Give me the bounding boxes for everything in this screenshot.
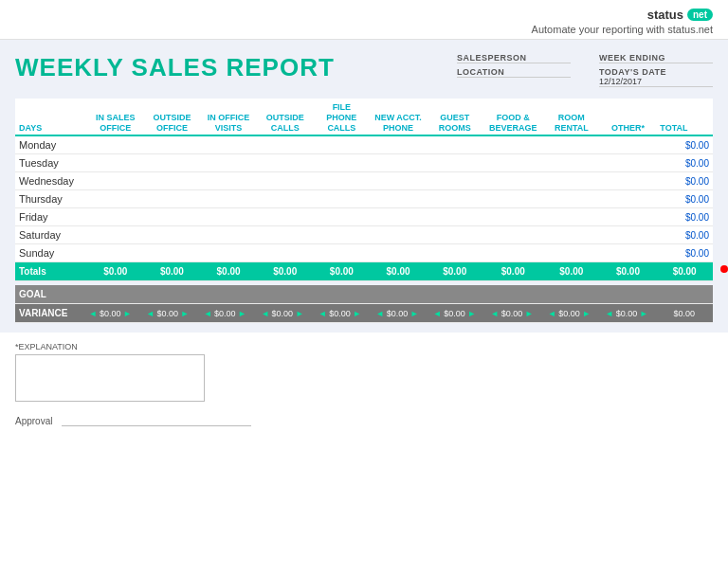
variance-cell-3: ◄ $0.00 ► [196,304,254,323]
variance-row: VARIANCE ◄ $0.00 ► ◄ $0.00 ► ◄ $0.00 ► ◄… [15,304,713,323]
variance-cell-6: ◄ $0.00 ► [369,304,427,323]
data-cell [87,208,144,226]
day-label: Friday [15,208,87,226]
week-ending-label: WEEK ENDING [599,53,713,63]
totals-room-rental: $0.00 [543,262,600,281]
variance-cell-9: ◄ $0.00 ► [540,304,598,323]
variance-cell-2: ◄ $0.00 ► [139,304,197,323]
data-cell [370,135,427,154]
table-row: Wednesday $0.00 [15,172,713,190]
data-cell [370,226,427,244]
variance-label: VARIANCE [15,304,82,323]
data-cell [483,135,543,154]
meta-row-location: LOCATION TODAY'S DATE 12/12/2017 [457,67,713,87]
data-cell [600,226,657,244]
totals-outside-calls: $0.00 [257,262,314,281]
brand-badge: net [687,9,713,21]
goal-cell-1 [82,285,139,304]
col-header-in-sales: IN SALESOFFICE [87,99,144,135]
data-cell [370,190,427,208]
variance-cell-10: ◄ $0.00 ► [598,304,656,323]
data-cell [600,244,657,262]
day-label: Thursday [15,190,87,208]
main-content: WEEKLY SALES REPORT SALESPERSON WEEK END… [0,40,728,333]
data-cell [600,154,657,172]
approval-label: Approval [15,416,52,426]
data-cell [257,135,314,154]
table-row: Thursday $0.00 [15,190,713,208]
brand-tagline: Automate your reporting with status.net [15,24,713,35]
col-header-guest-rooms: GUESTROOMS [427,99,483,135]
col-header-other: OTHER* [600,99,657,135]
data-cell [144,172,201,190]
red-dot-decoration [720,265,728,273]
explanation-section: *EXPLANATION [0,333,728,411]
totals-outside-office: $0.00 [144,262,201,281]
data-cell [483,226,543,244]
table-row: Saturday $0.00 [15,226,713,244]
data-cell [427,135,483,154]
col-header-outside-office: OUTSIDEOFFICE [144,99,201,135]
data-cell [314,226,371,244]
variance-cell-7: ◄ $0.00 ► [426,304,483,323]
data-cell [370,244,427,262]
data-cell [87,135,144,154]
data-cell [483,172,543,190]
meta-row-salesperson: SALESPERSON WEEK ENDING [457,53,713,63]
data-cell [200,226,257,244]
variance-cell-11: $0.00 [655,304,713,323]
data-cell [543,135,600,154]
table-row: Tuesday $0.00 [15,154,713,172]
totals-total: $0.00 [656,262,713,281]
data-cell [257,244,314,262]
day-label: Monday [15,135,87,154]
totals-file-phone: $0.00 [314,262,371,281]
row-total: $0.00 [656,244,713,262]
data-cell [144,135,201,154]
explanation-label: *EXPLANATION [15,342,713,351]
data-cell [87,190,144,208]
data-cell [144,226,201,244]
col-header-room-rental: ROOMRENTAL [543,99,600,135]
data-cell [87,172,144,190]
data-cell [200,172,257,190]
data-cell [257,154,314,172]
brand: status net [647,8,713,22]
data-cell [600,208,657,226]
col-header-file-phone: FILE PHONECALLS [314,99,371,135]
variance-cell-5: ◄ $0.00 ► [311,304,369,323]
data-cell [427,190,483,208]
totals-row: Totals $0.00 $0.00 $0.00 $0.00 $0.00 $0.… [15,262,713,281]
day-label: Sunday [15,244,87,262]
col-header-in-office-visits: IN OFFICEVISITS [200,99,257,135]
goal-row: GOAL [15,285,713,304]
totals-food-bev: $0.00 [483,262,543,281]
data-cell [427,172,483,190]
data-cell [200,190,257,208]
explanation-box[interactable] [15,354,205,402]
data-cell [543,244,600,262]
row-total: $0.00 [656,135,713,154]
data-cell [600,172,657,190]
table-row: Friday $0.00 [15,208,713,226]
data-cell [600,135,657,154]
data-cell [543,208,600,226]
goal-label: GOAL [15,285,82,304]
data-cell [87,226,144,244]
data-cell [314,154,371,172]
data-cell [257,226,314,244]
goal-cell-8 [483,285,541,304]
data-cell [257,172,314,190]
data-cell [483,190,543,208]
data-cell [483,208,543,226]
data-cell [483,244,543,262]
variance-cell-4: ◄ $0.00 ► [254,304,312,323]
row-total: $0.00 [656,208,713,226]
data-cell [370,208,427,226]
approval-section: Approval [0,411,728,430]
data-cell [370,172,427,190]
brand-name: status [647,8,683,22]
data-cell [543,172,600,190]
data-cell [427,154,483,172]
goal-cell-10 [598,285,656,304]
